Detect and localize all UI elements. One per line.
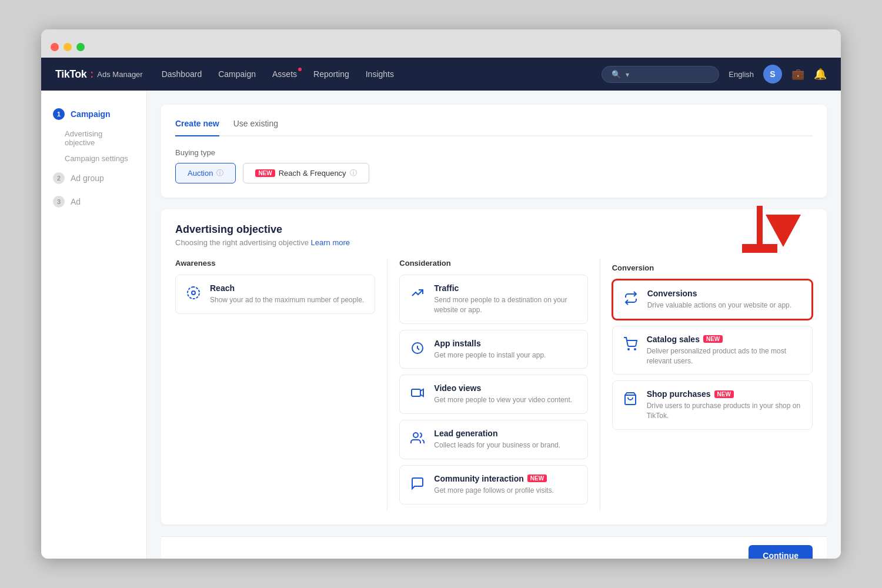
red-arrow-shape — [766, 215, 801, 247]
assets-dot — [298, 68, 302, 71]
logo-tiktok-text: TikTok — [55, 68, 86, 81]
conversion-title: Conversion — [612, 263, 813, 272]
language-selector[interactable]: English — [729, 70, 754, 79]
catalog-sales-desc: Deliver personalized product ads to the … — [647, 346, 804, 366]
community-interaction-name: Community interaction NEW — [434, 474, 553, 483]
conversions-name: Conversions — [647, 289, 791, 298]
conversions-card[interactable]: Conversions Drive valuable actions on yo… — [612, 279, 813, 320]
sidebar-item-campaign[interactable]: 1 Campaign — [41, 102, 146, 126]
topnav: TikTok: Ads Manager Dashboard Campaign A… — [41, 58, 841, 91]
advertising-objective-title: Advertising objective — [175, 223, 813, 236]
app-installs-card[interactable]: App installs Get more people to install … — [399, 330, 587, 369]
dot-red[interactable] — [51, 43, 59, 51]
reach-icon — [184, 283, 203, 302]
community-new-badge: NEW — [527, 475, 547, 482]
dot-yellow[interactable] — [64, 43, 72, 51]
nav-dashboard[interactable]: Dashboard — [162, 69, 202, 79]
catalog-sales-icon — [621, 335, 640, 353]
svg-point-6 — [628, 349, 629, 350]
reach-frequency-label: Reach & Frequency — [279, 169, 346, 178]
app-installs-desc: Get more people to install your app. — [434, 350, 546, 360]
auction-info-icon: ⓘ — [216, 168, 223, 178]
auction-label: Auction — [188, 169, 213, 178]
tab-use-existing[interactable]: Use existing — [233, 119, 278, 136]
awareness-column: Awareness Reach Show your ad to the ma — [175, 259, 387, 510]
video-views-name: Video views — [434, 383, 572, 393]
lead-generation-card[interactable]: Lead generation Collect leads for your b… — [399, 420, 587, 459]
logo-colon: : — [90, 68, 93, 81]
reach-text: Reach Show your ad to the maximum number… — [210, 283, 364, 305]
search-bar[interactable]: 🔍 — [602, 66, 719, 83]
catalog-sales-text: Catalog sales NEW Deliver personalized p… — [647, 335, 804, 366]
browser-window: TikTok: Ads Manager Dashboard Campaign A… — [41, 29, 841, 559]
shop-purchases-card[interactable]: Shop purchases NEW Drive users to purcha… — [612, 380, 813, 430]
community-interaction-text: Community interaction NEW Get more page … — [434, 474, 553, 496]
sidebar-item-ad[interactable]: 3 Ad — [41, 190, 146, 213]
traffic-desc: Send more people to a destination on you… — [434, 295, 579, 315]
bell-icon[interactable]: 🔔 — [814, 68, 827, 81]
continue-button[interactable]: Continue — [749, 545, 813, 559]
advertising-objective-card: Advertising objective Choosing the right… — [161, 209, 827, 524]
awareness-title: Awareness — [175, 259, 375, 268]
traffic-text: Traffic Send more people to a destinatio… — [434, 283, 579, 315]
nav-campaign[interactable]: Campaign — [218, 69, 256, 79]
community-interaction-card[interactable]: Community interaction NEW Get more page … — [399, 465, 587, 505]
browser-chrome — [41, 29, 841, 58]
lead-generation-desc: Collect leads for your business or brand… — [434, 440, 560, 450]
svg-point-7 — [634, 349, 636, 350]
reach-frequency-button[interactable]: NEW Reach & Frequency ⓘ — [243, 163, 369, 183]
search-icon: 🔍 — [612, 70, 621, 79]
consideration-column: Consideration Traffic Send more peopl — [387, 259, 600, 510]
svg-rect-2 — [412, 389, 420, 396]
video-views-text: Video views Get more people to view your… — [434, 383, 572, 405]
nav-insights[interactable]: Insights — [366, 69, 394, 79]
reach-frequency-new-badge: NEW — [255, 169, 275, 177]
shop-purchases-new-badge: NEW — [714, 390, 734, 398]
sidebar-sub-advertising[interactable]: Advertising objective — [41, 126, 146, 151]
campaign-card: Create new Use existing Buying type Auct… — [161, 105, 827, 198]
traffic-card[interactable]: Traffic Send more people to a destinatio… — [399, 275, 587, 324]
shop-purchases-name: Shop purchases NEW — [647, 389, 804, 399]
tab-create-new[interactable]: Create new — [175, 119, 219, 136]
nav-right: 🔍 English S 💼 🔔 — [602, 65, 827, 83]
objectives-grid: Awareness Reach Show your ad to the ma — [175, 259, 813, 510]
lead-generation-name: Lead generation — [434, 429, 560, 438]
conversions-desc: Drive valuable actions on your website o… — [647, 300, 791, 310]
avatar[interactable]: S — [763, 65, 782, 83]
logo-sub-text: Ads Manager — [97, 70, 142, 79]
step-3-circle: 3 — [53, 196, 65, 208]
auction-button[interactable]: Auction ⓘ — [175, 163, 236, 183]
reach-card[interactable]: Reach Show your ad to the maximum number… — [175, 275, 375, 314]
sidebar: 1 Campaign Advertising objective Campaig… — [41, 91, 147, 559]
dot-green[interactable] — [76, 43, 85, 51]
tab-row: Create new Use existing — [175, 119, 813, 136]
campaign-label: Campaign — [71, 109, 111, 119]
video-views-card[interactable]: Video views Get more people to view your… — [399, 375, 587, 414]
conversion-column: Conversion — [600, 259, 813, 510]
app-installs-icon — [408, 339, 427, 358]
briefcase-icon[interactable]: 💼 — [791, 68, 804, 81]
catalog-sales-card[interactable]: Catalog sales NEW Deliver personalized p… — [612, 326, 813, 375]
svg-point-3 — [413, 433, 418, 437]
main-content: Create new Use existing Buying type Auct… — [147, 91, 841, 559]
step-2-circle: 2 — [53, 172, 65, 184]
app-installs-text: App installs Get more people to install … — [434, 339, 546, 360]
main-layout: 1 Campaign Advertising objective Campaig… — [41, 91, 841, 559]
video-views-desc: Get more people to view your video conte… — [434, 395, 572, 405]
conversions-wrapper: Conversions Drive valuable actions on yo… — [612, 279, 813, 320]
reach-frequency-info-icon: ⓘ — [350, 168, 357, 178]
step-1-circle: 1 — [53, 108, 65, 120]
shop-purchases-icon — [621, 389, 640, 408]
conversions-text: Conversions Drive valuable actions on yo… — [647, 289, 791, 310]
sidebar-item-adgroup[interactable]: 2 Ad group — [41, 166, 146, 190]
advertising-objective-subtitle: Choosing the right advertising objective… — [175, 238, 813, 247]
learn-more-link[interactable]: Learn more — [311, 238, 350, 247]
video-views-icon — [408, 383, 427, 402]
traffic-name: Traffic — [434, 283, 579, 293]
nav-reporting[interactable]: Reporting — [313, 69, 349, 79]
consideration-title: Consideration — [399, 259, 587, 268]
app-installs-name: App installs — [434, 339, 546, 348]
sidebar-sub-campaign-settings[interactable]: Campaign settings — [41, 151, 146, 166]
nav-links: Dashboard Campaign Assets Reporting Insi… — [162, 69, 583, 79]
nav-assets[interactable]: Assets — [272, 69, 297, 79]
